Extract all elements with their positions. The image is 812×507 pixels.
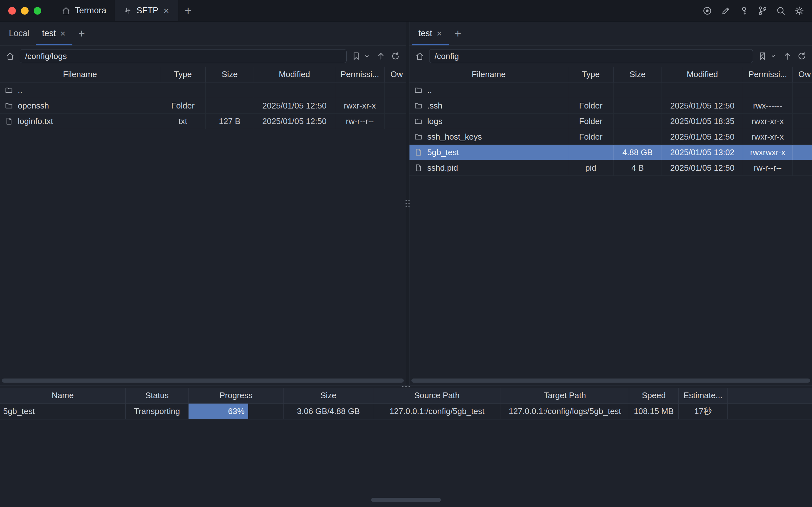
transfer-speed-cell: 108.15 MB	[629, 404, 679, 419]
column-header-size[interactable]: Size	[206, 67, 254, 82]
transfer-progress-cell: 63%	[188, 404, 284, 419]
bookmark-filled-icon[interactable]	[757, 51, 767, 61]
modified-cell: 2025/01/05 12:50	[662, 160, 743, 175]
file-row[interactable]: ..	[0, 82, 406, 98]
size-cell	[206, 82, 254, 98]
file-row[interactable]: ssh_host_keysFolder2025/01/05 12:50rwxr-…	[410, 129, 812, 145]
file-icon	[414, 148, 423, 157]
parent-directory-icon[interactable]	[782, 51, 792, 61]
right-horizontal-scrollbar[interactable]	[412, 379, 810, 383]
tab-termora[interactable]: Termora	[53, 0, 115, 21]
column-header-size[interactable]: Size	[613, 67, 662, 82]
filename-cell: sshd.pid	[410, 160, 568, 175]
column-header-modified[interactable]: Modified	[662, 67, 743, 82]
owner-cell	[793, 129, 812, 145]
column-header-filename[interactable]: Filename	[0, 67, 160, 82]
file-row[interactable]: opensshFolder2025/01/05 12:50rwxr-xr-x	[0, 98, 406, 114]
folder-icon	[414, 101, 423, 110]
column-header-speed[interactable]: Speed	[629, 388, 679, 403]
home-icon[interactable]	[5, 51, 15, 61]
splitter-handle-icon	[402, 386, 410, 387]
column-header-source-path[interactable]: Source Path	[373, 388, 501, 403]
file-row[interactable]: .sshFolder2025/01/05 12:50rwx------	[410, 98, 812, 114]
column-header-permissions[interactable]: Permissi...	[743, 67, 793, 82]
key-icon[interactable]	[739, 6, 749, 16]
add-pane-tab-button[interactable]: +	[72, 21, 91, 45]
sftp-tab-label: SFTP	[137, 6, 158, 15]
owner-cell	[385, 114, 406, 129]
refresh-icon[interactable]	[797, 51, 807, 61]
modified-cell	[254, 82, 335, 98]
close-window-button[interactable]	[8, 7, 16, 15]
permissions-cell: rwxr-xr-x	[335, 98, 385, 113]
column-header-type[interactable]: Type	[568, 67, 613, 82]
modified-cell: 2025/01/05 12:50	[662, 129, 743, 145]
minimize-window-button[interactable]	[21, 7, 29, 15]
column-header-type[interactable]: Type	[160, 67, 206, 82]
file-row[interactable]: logsFolder2025/01/05 18:35rwxr-xr-x	[410, 114, 812, 129]
file-row[interactable]: sshd.pidpid4 B2025/01/05 12:50rw-r--r--	[410, 160, 812, 176]
zoom-window-button[interactable]	[34, 7, 41, 15]
left-horizontal-scrollbar[interactable]	[2, 379, 404, 383]
column-header-size[interactable]: Size	[284, 388, 373, 403]
tab-test-right[interactable]: test ×	[412, 21, 449, 45]
tab-test-left[interactable]: test ×	[36, 21, 73, 45]
left-file-list[interactable]: ..opensshFolder2025/01/05 12:50rwxr-xr-x…	[0, 82, 406, 385]
permissions-cell: rw-r--r--	[743, 160, 793, 175]
column-header-filename[interactable]: Filename	[410, 67, 568, 82]
new-tab-button[interactable]: +	[178, 0, 198, 21]
tab-sftp[interactable]: SFTP ×	[115, 0, 178, 21]
vertical-splitter[interactable]	[406, 21, 410, 385]
chevron-down-icon[interactable]	[363, 52, 371, 61]
add-pane-tab-button[interactable]: +	[449, 21, 467, 45]
record-icon[interactable]	[702, 6, 712, 16]
close-tab-icon[interactable]: ×	[163, 6, 170, 15]
search-icon[interactable]	[776, 6, 786, 16]
left-pane: Local test × + /config/logs	[0, 21, 406, 385]
modified-cell: 2025/01/05 13:02	[662, 145, 743, 160]
window-controls	[0, 0, 45, 21]
filename-cell: logs	[410, 114, 568, 129]
file-row[interactable]: loginfo.txttxt127 B2025/01/05 12:50rw-r-…	[0, 114, 406, 129]
column-header-owner[interactable]: Ow	[793, 67, 812, 82]
owner-cell	[793, 82, 812, 98]
size-cell: 4.88 GB	[613, 145, 662, 160]
transfer-row[interactable]: 5gb_testTransporting63%3.06 GB/4.88 GB12…	[0, 404, 812, 419]
close-icon[interactable]: ×	[60, 29, 66, 38]
owner-cell	[793, 160, 812, 175]
column-header-permissions[interactable]: Permissi...	[335, 67, 385, 82]
gear-icon[interactable]	[794, 6, 804, 16]
column-header-target-path[interactable]: Target Path	[501, 388, 629, 403]
bookmark-icon[interactable]	[351, 51, 361, 61]
column-header-name[interactable]: Name	[0, 388, 126, 403]
column-header-modified[interactable]: Modified	[254, 67, 335, 82]
close-icon[interactable]: ×	[436, 29, 442, 38]
column-header-status[interactable]: Status	[126, 388, 188, 403]
transfer-horizontal-scrollbar[interactable]	[371, 498, 441, 502]
filename-cell: .ssh	[410, 98, 568, 113]
transfer-source-cell: 127.0.0.1:/config/5gb_test	[373, 404, 501, 419]
git-branch-icon[interactable]	[757, 6, 767, 16]
right-file-list[interactable]: ...sshFolder2025/01/05 12:50rwx------log…	[410, 82, 812, 385]
horizontal-splitter[interactable]	[0, 385, 812, 388]
modified-cell: 2025/01/05 12:50	[662, 98, 743, 113]
app-window: Termora SFTP × +	[0, 0, 812, 504]
right-path-input[interactable]: /config	[429, 49, 753, 63]
column-header-estimate[interactable]: Estimate...	[679, 388, 727, 403]
modified-cell: 2025/01/05 12:50	[254, 114, 335, 129]
parent-directory-icon[interactable]	[376, 51, 386, 61]
transfer-table-header: Name Status Progress Size Source Path Ta…	[0, 388, 812, 404]
refresh-icon[interactable]	[390, 51, 400, 61]
left-path-input[interactable]: /config/logs	[20, 49, 347, 63]
chevron-down-icon[interactable]	[769, 52, 778, 61]
file-row[interactable]: 5gb_test4.88 GB2025/01/05 13:02rwxrwxr-x	[410, 145, 812, 160]
permissions-cell: rw-r--r--	[335, 114, 385, 129]
column-header-progress[interactable]: Progress	[188, 388, 284, 403]
transfer-status-cell: Transporting	[126, 404, 188, 419]
column-header-owner[interactable]: Ow	[385, 67, 406, 82]
home-icon[interactable]	[415, 51, 425, 61]
file-row[interactable]: ..	[410, 82, 812, 98]
permissions-cell: rwxrwxr-x	[743, 145, 793, 160]
edit-icon[interactable]	[720, 6, 731, 16]
tab-local[interactable]: Local	[3, 21, 36, 45]
